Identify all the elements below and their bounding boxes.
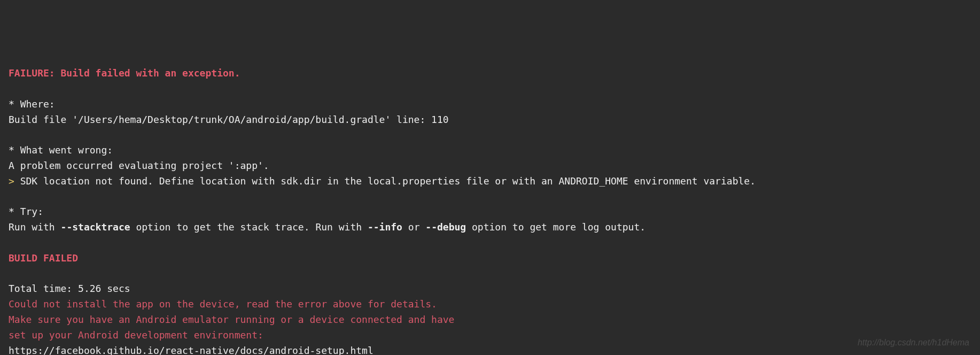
watermark: http://blog.csdn.net/h1dHema xyxy=(858,336,969,350)
install-error-line1: Could not install the app on the device,… xyxy=(9,297,971,312)
build-failed: BUILD FAILED xyxy=(9,251,971,266)
what-went-wrong-label: * What went wrong: xyxy=(9,143,971,158)
debug-option: --debug xyxy=(425,221,466,233)
terminal-output: FAILURE: Build failed with an exception.… xyxy=(9,66,971,355)
try-text: option to get the stack trace. Run with xyxy=(130,221,368,233)
try-label: * Try: xyxy=(9,204,971,220)
what-went-wrong-detail: A problem occurred evaluating project ':… xyxy=(9,158,971,174)
try-detail-line: Run with --stacktrace option to get the … xyxy=(9,220,971,235)
blank-line xyxy=(9,235,971,251)
info-option: --info xyxy=(368,221,402,233)
failure-header: FAILURE: Build failed with an exception. xyxy=(9,66,971,81)
sdk-error-line: > SDK location not found. Define locatio… xyxy=(9,174,971,189)
blank-line xyxy=(9,81,971,97)
try-text: or xyxy=(402,221,425,233)
total-time: Total time: 5.26 secs xyxy=(9,281,971,297)
sdk-error-message: SDK location not found. Define location … xyxy=(20,175,756,187)
try-text: option to get more log output. xyxy=(466,221,645,233)
error-prefix: > xyxy=(9,175,20,187)
where-detail: Build file '/Users/hema/Desktop/trunk/OA… xyxy=(9,112,971,128)
docs-url: https://facebook.github.io/react-native/… xyxy=(9,343,971,355)
blank-line xyxy=(9,266,971,282)
stacktrace-option: --stacktrace xyxy=(61,221,130,233)
install-error-line3: set up your Android development environm… xyxy=(9,328,971,343)
blank-line xyxy=(9,127,971,143)
where-label: * Where: xyxy=(9,97,971,112)
blank-line xyxy=(9,189,971,205)
try-text: Run with xyxy=(9,221,61,233)
install-error-line2: Make sure you have an Android emulator r… xyxy=(9,312,971,328)
